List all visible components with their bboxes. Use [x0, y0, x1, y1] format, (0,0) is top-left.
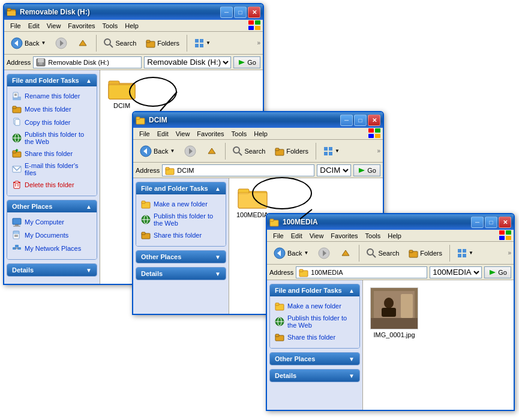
menu-view-3[interactable]: View	[306, 231, 328, 241]
section-header-file-1[interactable]: File and Folder Tasks ▲	[7, 74, 97, 86]
menu-favorites-3[interactable]: Favorites	[327, 231, 361, 241]
move-item[interactable]: Move this folder	[10, 103, 94, 115]
back-btn-1[interactable]: Back ▼	[7, 35, 50, 52]
svg-rect-16	[195, 39, 199, 43]
svg-rect-113	[458, 254, 461, 257]
menu-file-1[interactable]: File	[7, 21, 25, 31]
menu-view-2[interactable]: View	[172, 129, 194, 139]
svg-rect-129	[401, 294, 413, 318]
address-dropdown-3[interactable]: 100MEDIA	[430, 266, 482, 278]
menu-tools-2[interactable]: Tools	[228, 129, 251, 139]
section-header-details-2[interactable]: Details ▼	[136, 268, 226, 280]
mynetwork-item[interactable]: My Network Places	[10, 242, 94, 254]
address-input-2[interactable]: DCIM	[162, 164, 314, 176]
section-header-details-3[interactable]: Details ▼	[270, 370, 359, 382]
copy-item[interactable]: Copy this folder	[10, 116, 94, 128]
publish-item-2[interactable]: Publish this folder to the Web	[139, 211, 223, 228]
svg-rect-99	[506, 230, 511, 235]
mydocs-item[interactable]: My Documents	[10, 229, 94, 241]
forward-btn-1[interactable]	[51, 35, 71, 52]
menu-favorites-1[interactable]: Favorites	[64, 21, 98, 31]
menu-edit-1[interactable]: Edit	[25, 21, 43, 31]
move-icon	[12, 104, 22, 114]
back-btn-3[interactable]: Back ▼	[269, 245, 313, 262]
section-header-file-2[interactable]: File and Folder Tasks ▲	[136, 182, 226, 194]
share-item-3[interactable]: Share this folder	[272, 331, 357, 343]
minimize-btn-2[interactable]: ─	[340, 115, 353, 126]
search-btn-2[interactable]: Search	[229, 144, 269, 158]
close-btn-2[interactable]: ✕	[368, 115, 380, 126]
email-item[interactable]: E-mail this folder's files	[10, 161, 94, 178]
rename-item[interactable]: Rename this folder	[10, 90, 94, 102]
menu-tools-1[interactable]: Tools	[99, 21, 122, 31]
svg-rect-6	[255, 26, 260, 30]
content-area-3: File and Folder Tasks ▲ Make a new folde…	[267, 280, 514, 410]
menu-file-2[interactable]: File	[136, 129, 154, 139]
forward-btn-3[interactable]	[314, 245, 334, 262]
menu-edit-3[interactable]: Edit	[287, 231, 306, 241]
share-item-2[interactable]: Share this folder	[139, 229, 223, 241]
maximize-btn-2[interactable]: □	[354, 115, 367, 126]
delete-item[interactable]: Delete this folder	[10, 179, 94, 191]
menu-favorites-2[interactable]: Favorites	[193, 129, 227, 139]
up-btn-3[interactable]	[335, 245, 356, 262]
views-btn-1[interactable]: ▼	[190, 36, 215, 50]
minimize-btn-1[interactable]: ─	[220, 7, 233, 18]
publish-item[interactable]: Publish this folder to the Web	[10, 130, 94, 146]
menu-tools-3[interactable]: Tools	[362, 231, 385, 241]
views-btn-3[interactable]: ▼	[453, 246, 478, 260]
publish-text-2: Publish this folder to the Web	[154, 212, 221, 227]
dcim-folder[interactable]: DCIM	[105, 75, 139, 112]
section-header-other-3[interactable]: Other Places ▼	[270, 353, 359, 365]
menu-help-1[interactable]: Help	[121, 21, 142, 31]
svg-rect-130	[371, 318, 418, 329]
section-header-other-1[interactable]: Other Places ▲	[7, 200, 97, 212]
newfolder-item-2[interactable]: Make a new folder	[139, 198, 223, 210]
menu-help-2[interactable]: Help	[250, 129, 271, 139]
address-dropdown-1[interactable]: Removable Disk (H:)	[144, 56, 231, 68]
publish-item-3[interactable]: Publish this folder to the Web	[272, 313, 357, 330]
toolbar-extend-1: »	[257, 40, 260, 46]
maximize-btn-3[interactable]: □	[485, 217, 497, 228]
address-dropdown-2[interactable]: DCIM	[317, 164, 351, 176]
search-btn-1[interactable]: Search	[100, 36, 140, 50]
up-btn-1[interactable]	[73, 35, 93, 52]
100media-folder[interactable]: 100MEDIA	[234, 183, 271, 221]
views-btn-2[interactable]: ▼	[319, 144, 344, 158]
folders-btn-1[interactable]: Folders	[142, 36, 184, 50]
up-btn-2[interactable]	[202, 143, 222, 160]
newfolder-item-3[interactable]: Make a new folder	[272, 300, 357, 312]
menu-edit-2[interactable]: Edit	[154, 129, 172, 139]
title-bar-2: DCIM ─ □ ✕	[133, 112, 383, 128]
section-title-other-3: Other Places	[275, 355, 315, 362]
address-input-3[interactable]: 100MEDIA	[296, 266, 427, 278]
close-btn-1[interactable]: ✕	[248, 7, 260, 18]
img-thumbnail-1[interactable]: IMG_0001.jpg	[368, 285, 421, 341]
maximize-btn-1[interactable]: □	[234, 7, 247, 18]
window-100media[interactable]: 100MEDIA ─ □ ✕ File Edit View Favorites …	[266, 213, 515, 411]
share-item[interactable]: Share this folder	[10, 148, 94, 160]
section-header-other-2[interactable]: Other Places ▼	[136, 251, 226, 263]
section-header-file-3[interactable]: File and Folder Tasks ▲	[270, 284, 359, 296]
go-btn-3[interactable]: Go	[484, 266, 511, 278]
go-btn-2[interactable]: Go	[353, 164, 380, 176]
menu-view-1[interactable]: View	[43, 21, 65, 31]
toolbar-3: Back ▼ Search Folders ▼ »	[267, 242, 514, 265]
title-bar-1: Removable Disk (H:) ─ □ ✕	[4, 4, 263, 20]
section-header-details-1[interactable]: Details ▼	[7, 264, 97, 276]
search-btn-3[interactable]: Search	[362, 246, 403, 260]
main-content-3: IMG_0001.jpg	[363, 280, 514, 410]
back-btn-2[interactable]: Back ▼	[136, 143, 179, 160]
address-input-1[interactable]: Removable Disk (H:)	[33, 56, 142, 68]
svg-rect-17	[200, 39, 203, 43]
close-btn-3[interactable]: ✕	[499, 217, 511, 228]
folders-btn-2[interactable]: Folders	[271, 144, 313, 158]
menu-help-3[interactable]: Help	[384, 231, 405, 241]
menu-file-3[interactable]: File	[269, 231, 287, 241]
mycomputer-item[interactable]: My Computer	[10, 216, 94, 228]
svg-marker-11	[79, 40, 86, 46]
folders-btn-3[interactable]: Folders	[404, 246, 446, 260]
forward-btn-2[interactable]	[180, 143, 200, 160]
minimize-btn-3[interactable]: ─	[471, 217, 484, 228]
go-btn-1[interactable]: Go	[233, 56, 260, 68]
